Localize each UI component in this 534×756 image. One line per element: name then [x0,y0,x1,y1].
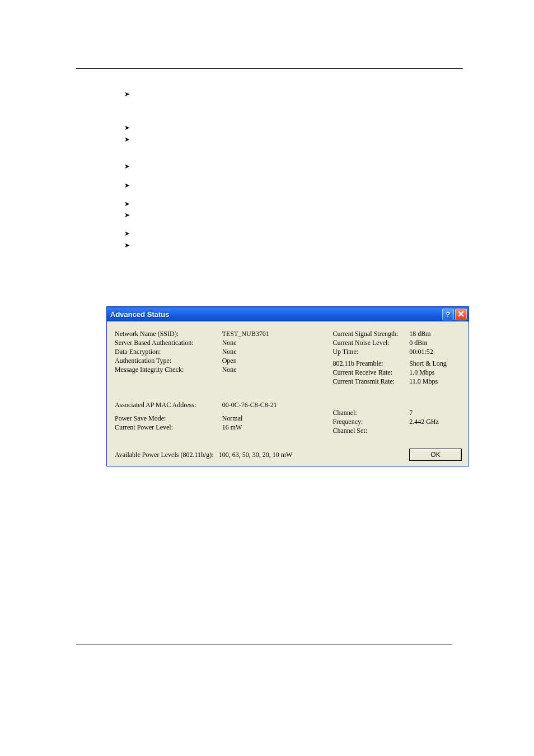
tx-rate-value: 11.0 Mbps [409,377,461,386]
server-auth-value: None [222,338,329,347]
channel-value: 7 [409,408,461,417]
titlebar[interactable]: Advanced Status ? [107,307,469,321]
noise-level-label: Current Noise Level: [332,338,405,347]
cur-power-value: 16 mW [222,423,329,432]
cur-power-label: Current Power Level: [115,423,218,432]
assoc-ap-mac-value: 00-0C-76-C8-C8-21 [222,400,329,409]
help-button[interactable]: ? [442,309,454,320]
bullet-icon: ➤ [124,182,130,189]
bullet-icon: ➤ [124,212,130,218]
preamble-value: Short & Long [409,359,461,368]
noise-level-value: 0 dBm [409,338,461,347]
auth-type-value: Open [222,356,329,365]
network-name-value: TEST_NUB3701 [222,329,329,338]
available-power-label: Available Power Levels (802.11b/g): [115,451,214,459]
close-button[interactable] [455,309,467,320]
signal-strength-label: Current Signal Strength: [332,329,405,338]
bullet-icon: ➤ [124,242,130,249]
data-encryption-value: None [222,347,329,356]
server-auth-label: Server Based Authentication: [115,338,218,347]
frequency-label: Frequency: [332,417,405,426]
bullet-icon: ➤ [124,124,130,131]
horizontal-rule-top [76,68,463,69]
close-icon [458,310,464,319]
horizontal-rule-bottom [76,645,452,645]
network-name-label: Network Name (SSID): [115,329,218,338]
power-save-label: Power Save Mode: [115,414,218,423]
auth-type-label: Authentication Type: [115,356,218,365]
dialog-body: Network Name (SSID): Server Based Authen… [107,321,469,465]
dialog-title: Advanced Status [110,310,442,319]
uptime-value: 00:01:52 [409,347,461,356]
assoc-ap-mac-label: Associated AP MAC Address: [115,400,218,409]
signal-strength-value: 18 dBm [409,329,461,338]
rx-rate-label: Current Receive Rate: [332,368,405,377]
rx-rate-value: 1.0 Mbps [409,368,461,377]
help-icon: ? [446,310,451,319]
preamble-label: 802.11b Preamble: [332,359,405,368]
frequency-value: 2.442 GHz [409,417,461,426]
channel-label: Channel: [332,408,405,417]
bullet-icon: ➤ [124,163,130,170]
ok-button[interactable]: OK [409,449,462,461]
power-save-value: Normal [222,414,329,423]
bullet-icon: ➤ [124,136,130,143]
available-power-value: 100, 63, 50, 30, 20, 10 mW [219,451,293,459]
msg-integrity-value: None [222,365,329,374]
bullet-icon: ➤ [124,230,130,237]
advanced-status-dialog: Advanced Status ? Network Name (SSID): S… [106,306,469,466]
channel-set-label: Channel Set: [332,426,405,435]
bullet-icon: ➤ [124,91,130,97]
msg-integrity-label: Message Integrity Check: [115,365,218,374]
tx-rate-label: Current Transmit Rate: [332,377,405,386]
data-encryption-label: Data Encryption: [115,347,218,356]
uptime-label: Up Time: [332,347,405,356]
bullet-icon: ➤ [124,200,130,207]
